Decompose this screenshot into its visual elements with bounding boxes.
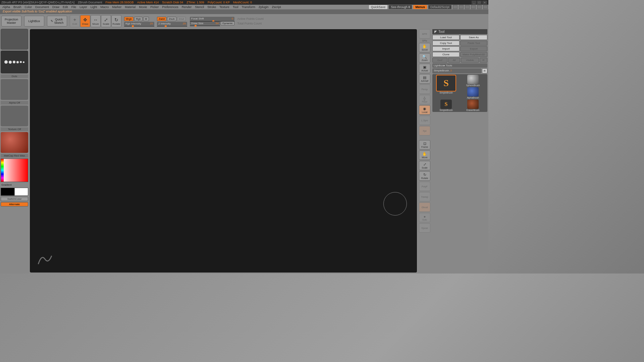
menu-marker[interactable]: Marker [110,5,123,9]
seethrough-slider[interactable]: See-through 0 [389,5,412,9]
menu-tool[interactable]: Tool [231,5,240,9]
secondary-color[interactable] [1,188,14,196]
rotate-button[interactable]: ↻Rotate [111,15,121,27]
defaultscript-button[interactable]: DefaultZScript [428,5,451,9]
m-button[interactable]: M [143,17,149,21]
lightbox-button[interactable]: LightBox [24,16,44,26]
goz-button[interactable]: GoZ [432,58,447,63]
frame-button[interactable]: ⊡Frame [419,140,430,149]
menu-material[interactable]: Material [123,5,137,9]
zcut-button[interactable]: Zcut [177,17,186,21]
goz-all-button[interactable]: All [448,58,460,63]
menu-document[interactable]: Document [34,5,51,9]
menu-layer[interactable]: Layer [78,5,89,9]
make-polymesh-button[interactable]: Make PolyMesh3D [460,52,487,57]
color-picker[interactable] [1,159,28,182]
floor-button[interactable]: ╬Floor [419,95,430,104]
save-as-button[interactable]: Save As [460,35,487,40]
eraserbrush-thumb[interactable]: EraserBrush [460,100,486,111]
scale-nav-button[interactable]: ⤢Scale [419,161,430,170]
menu-zplugin[interactable]: Zplugin [257,5,270,9]
menu-picker[interactable]: Picker [149,5,160,9]
material-preview[interactable] [1,132,28,153]
scale-button[interactable]: ⤢Scale [101,15,111,27]
menu-render[interactable]: Render [180,5,194,9]
xyz-button[interactable]: Xyz [419,126,430,135]
export-button[interactable]: Export [460,46,487,51]
zadd-button[interactable]: Zadd [157,17,166,21]
menu-zscript[interactable]: Zscript [270,5,283,9]
close-button[interactable]: × [482,1,487,4]
switchcolor-button[interactable]: SwitchColor [1,197,28,201]
menu-stencil[interactable]: Stencil [193,5,206,9]
layout-icon[interactable] [459,5,464,9]
rgb-button[interactable]: Rgb [134,17,143,21]
move-nav-button[interactable]: ✋Move [419,150,430,160]
float-icon[interactable] [483,5,488,9]
lightbox-tools-button[interactable]: Lightbox▸ Tools [432,63,487,68]
menu-alpha[interactable]: Alpha [1,5,12,9]
local-button[interactable]: ◉Local [419,105,430,115]
layout2-icon[interactable] [465,5,470,9]
edit-button[interactable]: ✦Edit [70,15,80,27]
move-button[interactable]: ↔Move [91,15,101,27]
goz-visible-button[interactable]: Visible [461,58,479,63]
rgb-intensity-slider[interactable]: Rgb Intensity25 [124,22,154,25]
menu-preferences[interactable]: Preferences [160,5,180,9]
menu-transform[interactable]: Transform [240,5,257,9]
layout3-icon[interactable] [471,5,476,9]
alternate-button[interactable]: Alternate [1,202,28,206]
goz-r-button[interactable]: R [480,58,487,63]
menus-button[interactable]: Menus [413,5,427,9]
ghost-button[interactable]: Ghost [419,202,430,212]
menu-macro[interactable]: Macro [99,5,110,9]
menu-color[interactable]: Color [23,5,34,9]
menu-stroke[interactable]: Stroke [206,5,218,9]
alphabrush-thumb[interactable]: AlphaBrush [460,87,486,99]
tool-panel-header[interactable]: ◤Tool [432,29,487,34]
alpha-preview[interactable] [1,79,28,100]
z-intensity-slider[interactable]: Z Intensity25 [157,22,187,25]
projection-master-button[interactable]: Projection Master [1,16,21,26]
simplebrush-thumb-2[interactable]: S SimpleBrush [433,100,459,111]
layout4-icon[interactable] [477,5,482,9]
quicksketch-button[interactable]: ✎Quick Sketch [47,16,67,26]
draw-button[interactable]: ✥Draw [80,15,90,27]
focal-shift-slider[interactable]: Focal Shift0 [190,17,234,20]
quicksave-button[interactable]: QuickSave [369,5,388,9]
polyf-button[interactable]: PolyF [419,182,430,191]
zoom-button[interactable]: 🔍Zoom [419,53,430,63]
mrgb-button[interactable]: Mrgb [124,17,133,21]
menu-texture[interactable]: Texture [218,5,231,9]
canvas[interactable] [30,29,417,273]
r-button[interactable]: R [482,68,487,73]
clone-button[interactable]: Clone [432,52,460,57]
paste-tool-button[interactable]: Paste Tool [460,41,487,46]
solo-button[interactable]: ●Solo [419,213,430,222]
menu-movie[interactable]: Movie [137,5,149,9]
xpose-button[interactable]: Xpose [419,223,430,233]
scroll-button[interactable]: ✋Scroll [419,43,430,52]
rotate-nav-button[interactable]: ↻Rotate [419,171,430,181]
import-button[interactable]: Import [432,46,460,51]
dynamic-button[interactable]: Dynamic [221,21,234,25]
simplebrush-thumb[interactable]: S SimpleBrush [433,75,459,99]
zsub-button[interactable]: Zsub [167,17,176,21]
aahalf-button[interactable]: ▤AAHalf [419,74,430,83]
menu-brush[interactable]: Brush [12,5,23,9]
minimize-button[interactable]: _ [472,1,476,4]
lsym-button[interactable]: L.Sym [419,116,430,125]
texture-preview[interactable] [1,106,28,126]
gradient-label[interactable]: Gradient [1,183,28,187]
primary-color[interactable] [14,188,28,196]
maximize-button[interactable]: □ [477,1,482,4]
menu-draw[interactable]: Draw [51,5,61,9]
spherebrush-thumb[interactable]: SphereBrush [460,75,486,86]
draw-size-slider[interactable]: Draw Size64 [190,21,220,25]
menu-light[interactable]: Light [89,5,99,9]
bpr-button[interactable]: BPR [419,29,430,39]
brush-preview[interactable] [1,29,28,50]
transp-button[interactable]: Transp [419,192,430,201]
actual-button[interactable]: ▣Actual [419,64,430,73]
menu-edit[interactable]: Edit [61,5,70,9]
